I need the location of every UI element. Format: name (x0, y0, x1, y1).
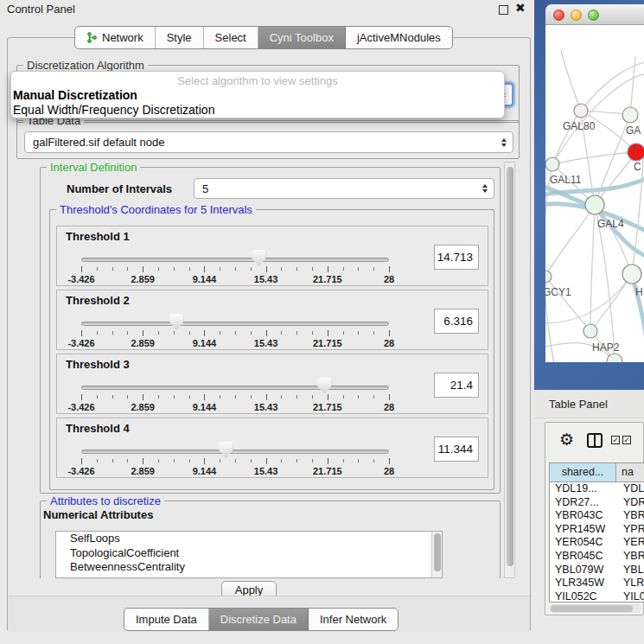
table-cell[interactable]: YPR145W (550, 523, 616, 537)
columns-icon[interactable] (587, 433, 603, 448)
numerical-attributes-label: Numerical Attributes (43, 508, 153, 521)
network-node-hap2[interactable] (583, 324, 597, 338)
table-cell[interactable]: YDR27... (550, 496, 616, 510)
network-node-h[interactable] (622, 265, 641, 284)
table-cell[interactable]: YBL079W (550, 564, 616, 577)
table-cell[interactable]: YPR1 (616, 523, 644, 537)
tick-mark (389, 330, 390, 336)
mac-minimize-icon[interactable] (571, 10, 582, 21)
table-cell[interactable]: YIL052C (550, 590, 616, 603)
table-cell[interactable]: YDL1 (616, 482, 644, 496)
table-data-combo[interactable]: galFiltered.sif default node (24, 131, 513, 153)
tick-mark (112, 267, 113, 271)
table-cell[interactable]: YBR045C (550, 550, 616, 564)
threshold-value-input[interactable]: 6.316 (434, 309, 479, 334)
mac-zoom-icon[interactable] (588, 10, 599, 21)
threshold-slider[interactable]: -3.4262.8599.14415.4321.71528 (81, 290, 389, 351)
float-window-icon[interactable] (499, 5, 508, 15)
table-row[interactable]: YBR043CYBR0 (550, 509, 644, 523)
tick-mark (235, 331, 236, 335)
mac-titlebar[interactable] (545, 4, 644, 25)
table-row[interactable]: YBL079WYBL0 (550, 564, 644, 577)
checkbox-icon[interactable]: ✓ (611, 436, 620, 444)
column-header[interactable]: na (616, 463, 644, 481)
tab-cyni-toolbox[interactable]: Cyni Toolbox (258, 27, 346, 48)
tick-mark (251, 331, 252, 335)
tab-network[interactable]: Network (75, 27, 156, 48)
attribute-list-item[interactable]: SelfLoops (56, 532, 442, 546)
network-node-gal11[interactable] (545, 157, 559, 171)
attribute-list-item[interactable]: TopologicalCoefficient (56, 546, 442, 561)
mac-close-icon[interactable] (553, 10, 564, 21)
table-cell[interactable]: YLR3 (616, 577, 644, 590)
table-row[interactable]: YDL19...YDL1 (550, 482, 644, 496)
threshold-slider[interactable]: -3.4262.8599.14415.4321.71528 (81, 418, 389, 479)
close-icon[interactable]: ✖ (515, 1, 526, 15)
tick-label: 21.715 (313, 466, 342, 476)
threshold-slider[interactable]: -3.4262.8599.14415.4321.71528 (81, 226, 389, 287)
slider-tick-labels: -3.4262.8599.14415.4321.71528 (81, 338, 389, 348)
table-cell[interactable]: YBR043C (550, 509, 616, 523)
number-of-intervals-value: 5 (202, 182, 208, 195)
slider-tick-labels: -3.4262.8599.14415.4321.71528 (81, 274, 389, 284)
table-cell[interactable]: YBL0 (616, 564, 644, 577)
thresholds-group-title: Threshold's Coordinates for 5 Intervals (56, 203, 256, 216)
network-canvas[interactable]: GAL80GACGAL11GAL4GCY1HHAP2 (545, 25, 644, 362)
table-cell[interactable]: YLR345W (550, 577, 616, 590)
column-header[interactable]: shared... (550, 463, 616, 481)
list-scrollbar[interactable] (431, 532, 442, 577)
tick-mark (373, 331, 374, 335)
tick-mark (328, 458, 328, 464)
threshold-panel: Threshold 3-3.4262.8599.14415.4321.71528… (56, 354, 488, 414)
network-node-gcy1[interactable] (545, 271, 552, 283)
number-of-intervals-combo[interactable]: 5 (194, 178, 494, 199)
network-node[interactable] (607, 354, 622, 362)
tab-jactivemnodules[interactable]: jActiveMNodules (346, 27, 452, 48)
table-row[interactable]: YLR345WYLR3 (550, 577, 644, 590)
slider-thumb[interactable] (219, 442, 233, 458)
tab-select[interactable]: Select (204, 27, 258, 48)
horizontal-scrollbar[interactable] (549, 604, 641, 613)
network-node-c[interactable] (628, 143, 644, 161)
network-node-ga[interactable] (622, 107, 638, 123)
gear-icon[interactable]: ⚙ (559, 431, 574, 448)
threshold-value-input[interactable]: 21.4 (434, 373, 479, 398)
table-cell[interactable]: YDR2 (616, 496, 644, 510)
threshold-value-input[interactable]: 14.713 (434, 245, 479, 270)
tab-impute-data[interactable]: Impute Data (124, 609, 209, 630)
tab-infer-network[interactable]: Infer Network (309, 609, 398, 630)
vertical-scrollbar[interactable] (504, 162, 515, 578)
network-node-gal4[interactable] (585, 195, 604, 214)
table-cell[interactable]: YER0 (616, 536, 644, 550)
slider-thumb[interactable] (317, 378, 331, 394)
threshold-value-input[interactable]: 11.344 (434, 437, 479, 462)
popup-menu-item[interactable]: Manual Discretization (11, 88, 504, 103)
tab-discretize-data[interactable]: Discretize Data (209, 609, 309, 630)
table-cell[interactable]: YBR0 (616, 550, 644, 564)
table-row[interactable]: YDR27...YDR2 (550, 496, 644, 510)
table-row[interactable]: YBR045CYBR0 (550, 550, 644, 564)
popup-menu-item[interactable]: Equal Width/Frequency Discretization (11, 103, 504, 118)
table-row[interactable]: YIL052CYIL0 (550, 590, 644, 603)
table-cell[interactable]: YBR0 (616, 509, 644, 523)
tab-style[interactable]: Style (156, 27, 204, 48)
tick-mark (312, 395, 313, 399)
checkbox-icon[interactable]: ✓ (622, 436, 631, 444)
slider-thumb[interactable] (169, 314, 183, 330)
table-cell[interactable]: YER054C (550, 536, 616, 550)
tick-mark (312, 459, 313, 462)
slider-thumb[interactable] (252, 250, 265, 266)
network-icon (86, 32, 98, 43)
tick-mark (296, 267, 297, 271)
table-row[interactable]: YPR145WYPR1 (550, 523, 644, 537)
table-cell[interactable]: YDL19... (550, 482, 616, 496)
numerical-attributes-list[interactable]: SelfLoopsTopologicalCoefficientBetweenne… (55, 531, 443, 578)
attribute-list-item[interactable]: BetweennessCentrality (56, 560, 442, 575)
network-node-gal80[interactable] (574, 104, 588, 118)
table-row[interactable]: YER054CYER0 (550, 536, 644, 550)
interval-definition-group: Interval Definition Number of Intervals … (40, 167, 501, 494)
slider-track (81, 322, 389, 326)
threshold-slider[interactable]: -3.4262.8599.14415.4321.71528 (81, 354, 389, 415)
table-cell[interactable]: YIL0 (616, 590, 644, 603)
node-label: GA (626, 124, 641, 137)
